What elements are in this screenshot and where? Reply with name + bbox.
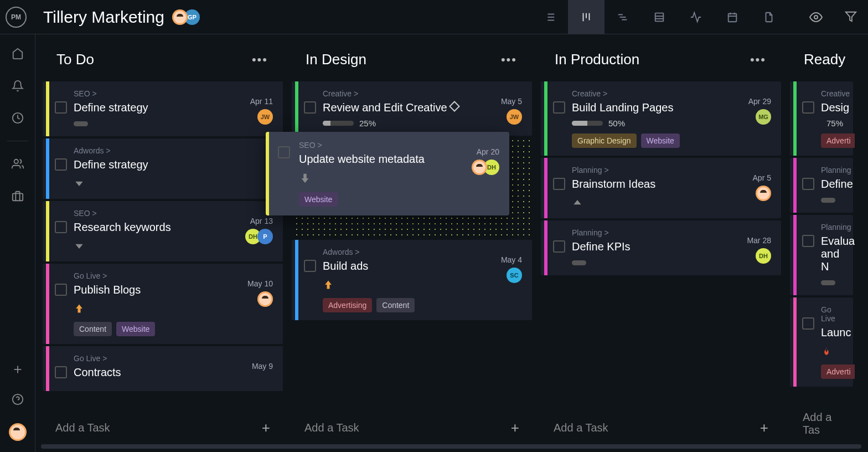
- task-card[interactable]: Creative Desig 75% Adverti: [790, 81, 853, 156]
- task-checkbox[interactable]: [55, 158, 67, 171]
- add-task-button[interactable]: Add a Task +: [41, 410, 285, 445]
- task-checkbox[interactable]: [553, 101, 565, 114]
- task-checkbox[interactable]: [55, 101, 67, 114]
- task-card[interactable]: Planning > Define KPIs Mar 28DH: [541, 220, 781, 275]
- task-checkbox[interactable]: [278, 146, 290, 158]
- add-task-button[interactable]: Add a Tas: [788, 402, 855, 445]
- task-checkbox[interactable]: [802, 317, 814, 330]
- avatar[interactable]: [756, 186, 771, 201]
- task-checkbox[interactable]: [304, 101, 316, 114]
- activity-view-icon[interactable]: [678, 0, 714, 34]
- tag[interactable]: Adverti: [821, 133, 855, 148]
- column-menu-icon[interactable]: •••: [750, 53, 766, 67]
- task-card[interactable]: Adwords > Define strategy: [43, 138, 283, 199]
- card-breadcrumb[interactable]: Go Live >: [74, 271, 273, 280]
- card-breadcrumb[interactable]: Creative >: [572, 89, 771, 98]
- tag[interactable]: Graphic Design: [572, 133, 637, 148]
- task-checkbox[interactable]: [55, 221, 67, 233]
- task-checkbox[interactable]: [802, 235, 814, 247]
- file-view-icon[interactable]: [751, 0, 787, 34]
- card-breadcrumb[interactable]: Planning: [821, 223, 843, 232]
- column-body[interactable]: Creative Desig 75% Adverti Planning Defi…: [788, 81, 855, 397]
- card-breadcrumb[interactable]: Go Live >: [74, 354, 273, 363]
- card-breadcrumb[interactable]: Creative >: [323, 89, 522, 98]
- tag[interactable]: Website: [116, 322, 155, 336]
- user-avatar[interactable]: [9, 423, 27, 441]
- task-checkbox[interactable]: [802, 178, 814, 190]
- scrollbar[interactable]: [41, 444, 861, 449]
- task-checkbox[interactable]: [55, 366, 67, 378]
- column-menu-icon[interactable]: •••: [252, 53, 268, 67]
- tag[interactable]: Advertising: [323, 298, 372, 312]
- tag[interactable]: Website: [299, 192, 338, 207]
- card-breadcrumb[interactable]: Go Live: [821, 305, 843, 323]
- list-view-icon[interactable]: [531, 0, 568, 34]
- task-checkbox[interactable]: [553, 178, 565, 190]
- avatar[interactable]: [172, 9, 188, 25]
- avatar[interactable]: [257, 291, 273, 307]
- team-icon[interactable]: [12, 158, 24, 170]
- card-breadcrumb[interactable]: Creative: [821, 89, 843, 98]
- tag[interactable]: Content: [74, 322, 112, 336]
- tag[interactable]: Website: [641, 133, 680, 148]
- card-breadcrumb[interactable]: SEO >: [74, 89, 273, 98]
- dragging-card[interactable]: SEO > Update website metadata Website Ap…: [266, 132, 509, 215]
- clock-icon[interactable]: [12, 112, 24, 124]
- avatar[interactable]: P: [257, 229, 273, 244]
- add-task-button[interactable]: Add a Task +: [290, 410, 534, 445]
- card-breadcrumb[interactable]: Adwords >: [74, 146, 273, 155]
- avatar[interactable]: SC: [507, 268, 522, 283]
- column-body[interactable]: Creative > Review and Edit Creative 25% …: [290, 81, 534, 405]
- card-breadcrumb[interactable]: Planning: [821, 166, 843, 174]
- task-card[interactable]: Planning > Brainstorm Ideas Apr 5: [541, 158, 781, 218]
- avatar[interactable]: [472, 160, 487, 175]
- column-header: Ready: [788, 41, 855, 81]
- task-card[interactable]: Creative > Review and Edit Creative 25% …: [292, 81, 532, 136]
- card-date: Apr 29: [748, 97, 771, 106]
- help-icon[interactable]: [12, 393, 24, 405]
- avatar[interactable]: DH: [756, 248, 771, 264]
- add-icon[interactable]: [12, 363, 24, 376]
- task-checkbox[interactable]: [304, 260, 316, 272]
- briefcase-icon[interactable]: [12, 190, 24, 202]
- add-task-button[interactable]: Add a Task +: [539, 410, 783, 445]
- column-menu-icon[interactable]: •••: [501, 53, 517, 67]
- home-icon[interactable]: [12, 48, 24, 60]
- task-card[interactable]: Go Live > Contracts May 9: [43, 346, 283, 391]
- task-card[interactable]: Adwords > Build ads AdvertisingContent M…: [292, 240, 532, 320]
- kanban-board[interactable]: To Do ••• SEO > Define strategy Apr 11JW…: [35, 34, 868, 452]
- plus-icon: +: [760, 419, 768, 436]
- bell-icon[interactable]: [12, 80, 24, 92]
- avatar[interactable]: MG: [756, 109, 771, 125]
- avatar[interactable]: JW: [257, 109, 273, 125]
- project-members[interactable]: GP: [175, 9, 200, 25]
- task-card[interactable]: Creative > Build Landing Pages 50% Graph…: [541, 81, 781, 156]
- tag[interactable]: Adverti: [821, 364, 855, 379]
- filter-icon[interactable]: [845, 11, 857, 24]
- card-breadcrumb[interactable]: Planning >: [572, 228, 771, 237]
- card-breadcrumb[interactable]: SEO >: [299, 141, 498, 150]
- task-card[interactable]: SEO > Research keywords Apr 13DHP: [43, 201, 283, 261]
- task-card[interactable]: Go Live > Publish Blogs ContentWebsite M…: [43, 264, 283, 344]
- app-logo[interactable]: PM: [6, 7, 27, 28]
- task-card[interactable]: Planning Evalua and N: [790, 215, 853, 295]
- task-checkbox[interactable]: [553, 240, 565, 253]
- board-view-icon[interactable]: [568, 0, 604, 34]
- avatar[interactable]: JW: [507, 109, 522, 125]
- task-checkbox[interactable]: [802, 101, 814, 114]
- task-card[interactable]: SEO > Define strategy Apr 11JW: [43, 81, 283, 136]
- card-breadcrumb[interactable]: Adwords >: [323, 248, 522, 256]
- card-breadcrumb[interactable]: SEO >: [74, 209, 273, 218]
- table-view-icon[interactable]: [641, 0, 678, 34]
- visibility-icon[interactable]: [809, 11, 823, 24]
- task-card[interactable]: Go Live Launc Adverti: [790, 297, 853, 387]
- task-card[interactable]: Planning Define: [790, 158, 853, 213]
- task-checkbox[interactable]: [55, 284, 67, 296]
- gantt-view-icon[interactable]: [604, 0, 641, 34]
- card-date: Apr 11: [250, 97, 273, 106]
- card-breadcrumb[interactable]: Planning >: [572, 166, 771, 174]
- calendar-view-icon[interactable]: [714, 0, 751, 34]
- tag[interactable]: Content: [376, 298, 415, 312]
- column-body[interactable]: SEO > Define strategy Apr 11JW Adwords >…: [41, 81, 285, 405]
- column-body[interactable]: Creative > Build Landing Pages 50% Graph…: [539, 81, 783, 405]
